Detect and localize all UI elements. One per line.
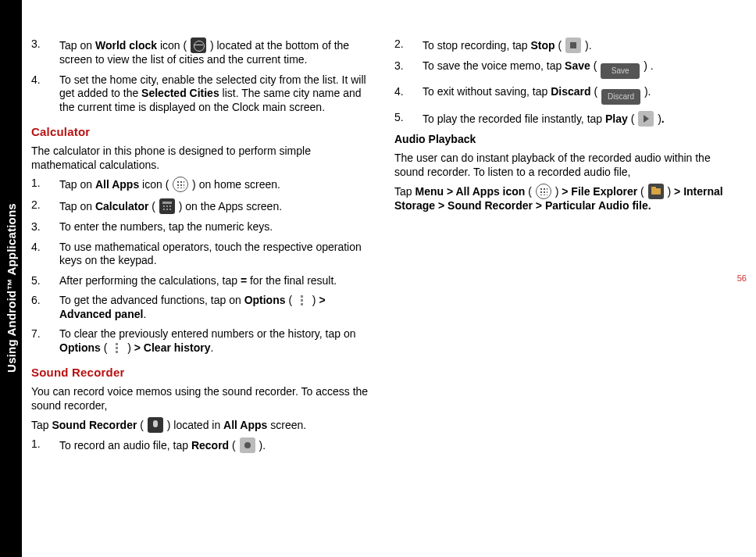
- step-3: 3. Tap on World clock icon ( ) located a…: [31, 37, 371, 67]
- calc-step-7: 7. To clear the previously entered numbe…: [31, 327, 371, 355]
- sr-step-2: 2. To stop recording, tap Stop ( ).: [394, 37, 734, 53]
- calculator-intro: The calculator in this phone is designed…: [31, 145, 371, 172]
- calculator-steps: 1. Tap on All Apps icon ( ) on home scre…: [31, 177, 371, 355]
- sound-recorder-intro: You can record voice memos using the sou…: [31, 385, 371, 412]
- heading-calculator: Calculator: [31, 125, 371, 138]
- right-column: 2. To stop recording, tap Stop ( ). 3. T…: [394, 37, 734, 459]
- sr-step-3: 3. To save the voice memo, tap Save ( Sa…: [394, 59, 734, 79]
- bold-world-clock: World clock: [95, 39, 157, 52]
- calc-step-6: 6. To get the advanced functions, tap on…: [31, 294, 371, 321]
- sr-step-5: 5. To play the recorded file instantly, …: [394, 111, 734, 127]
- left-column: 3. Tap on World clock icon ( ) located a…: [31, 37, 371, 459]
- sr-step-1: 1. To record an audio file, tap Record (…: [31, 437, 371, 453]
- sound-recorder-steps-1: 1. To record an audio file, tap Record (…: [31, 437, 371, 453]
- calc-step-5: 5. After performing the calculations, ta…: [31, 274, 371, 288]
- audio-playback-path: Tap Menu > All Apps icon ( ) > File Expl…: [394, 184, 734, 213]
- options-menu-icon: [297, 295, 308, 306]
- sidebar-label: Using Android™ Applications: [5, 203, 18, 373]
- step-4: 4. To set the home city, enable the sele…: [31, 73, 371, 115]
- calc-step-1: 1. Tap on All Apps icon ( ) on home scre…: [31, 177, 371, 192]
- file-explorer-icon: [648, 184, 664, 199]
- all-apps-icon: [536, 184, 551, 199]
- record-icon: [240, 437, 255, 453]
- stop-icon: [565, 37, 581, 53]
- discard-button-icon: Discard: [601, 89, 640, 105]
- heading-sound-recorder: Sound Recorder: [31, 366, 371, 379]
- save-button-icon: Save: [601, 63, 640, 79]
- options-menu-icon: [112, 343, 123, 354]
- calc-step-3: 3. To enter the numbers, tap the numeric…: [31, 220, 371, 234]
- play-icon: [638, 111, 654, 127]
- sound-recorder-steps-2-5: 2. To stop recording, tap Stop ( ). 3. T…: [394, 37, 734, 127]
- sr-step-4: 4. To exit without saving, tap Discard (…: [394, 85, 734, 105]
- heading-audio-playback: Audio Playback: [394, 133, 734, 145]
- clock-steps-continued: 3. Tap on World clock icon ( ) located a…: [31, 37, 371, 114]
- sidebar-tab: Using Android™ Applications: [0, 0, 22, 557]
- calculator-icon: [159, 198, 175, 214]
- step-num: 3.: [31, 37, 41, 52]
- bold-selected-cities: Selected Cities: [141, 87, 219, 99]
- step-num: 4.: [31, 73, 41, 87]
- audio-playback-intro: The user can do instant playback of the …: [394, 152, 734, 179]
- world-clock-icon: [191, 37, 206, 53]
- sound-recorder-path: Tap Sound Recorder ( ) located in All Ap…: [31, 417, 371, 433]
- calc-step-2: 2. Tap on Calculator ( ) on the Apps scr…: [31, 198, 371, 214]
- sound-recorder-icon: [148, 417, 163, 433]
- calc-step-4: 4. To use mathematical operators, touch …: [31, 241, 371, 268]
- all-apps-icon: [173, 177, 188, 192]
